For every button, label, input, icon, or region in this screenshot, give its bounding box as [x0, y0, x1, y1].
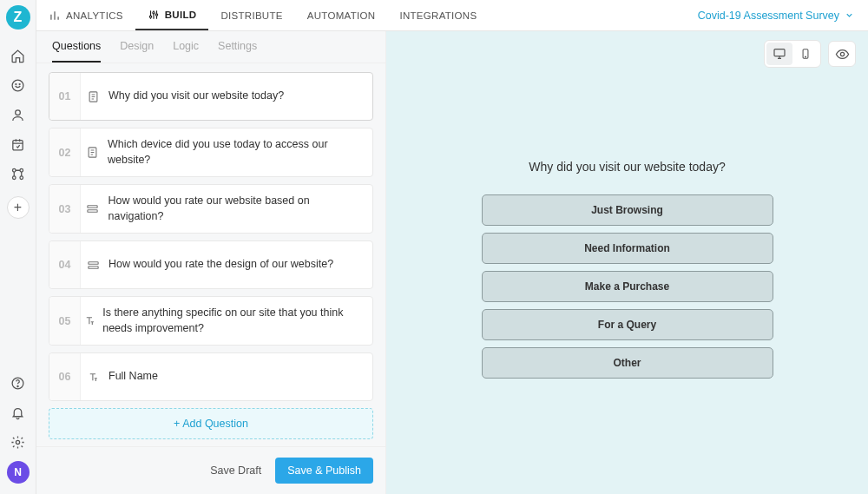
preview-option[interactable]: Other — [482, 347, 773, 379]
question-text: Is there anything specific on our site t… — [99, 297, 372, 345]
bell-icon[interactable] — [8, 402, 29, 423]
svg-point-24 — [840, 52, 844, 56]
add-icon[interactable]: + — [7, 196, 30, 219]
survey-dropdown[interactable]: Covid-19 Assessment Survey — [698, 0, 868, 30]
svg-rect-17 — [88, 206, 97, 208]
tab-label: AUTOMATION — [307, 10, 376, 21]
preview-option[interactable]: For a Query — [482, 309, 773, 340]
svg-point-23 — [806, 56, 806, 57]
svg-rect-4 — [13, 140, 23, 149]
workflow-icon[interactable] — [8, 163, 29, 184]
subtab-questions[interactable]: Questions — [52, 40, 101, 63]
scale-icon — [81, 259, 105, 272]
question-number: 03 — [49, 185, 81, 233]
preview-question-title: Why did you visit our website today? — [529, 160, 725, 174]
question-number: 02 — [49, 128, 81, 176]
tab-label: DISTRIBUTE — [220, 10, 282, 21]
svg-point-3 — [16, 109, 21, 115]
svg-point-0 — [12, 80, 23, 91]
question-card[interactable]: 03 How would you rate our website based … — [49, 184, 373, 234]
question-text: How would you rate our website based on … — [105, 185, 372, 233]
tab-distribute[interactable]: DISTRIBUTE — [208, 0, 294, 30]
tab-label: INTEGRATIONS — [399, 10, 477, 21]
question-text: Which device did you use today to access… — [104, 128, 372, 176]
question-text: How would you rate the design of our web… — [105, 248, 342, 281]
svg-rect-19 — [88, 261, 97, 264]
chevron-down-icon — [845, 10, 854, 20]
svg-point-7 — [12, 175, 16, 179]
add-question-button[interactable]: + Add Question — [49, 408, 373, 439]
tab-automation[interactable]: AUTOMATION — [295, 0, 388, 30]
text-icon — [81, 314, 99, 327]
svg-rect-21 — [774, 49, 785, 56]
question-number: 04 — [49, 241, 81, 288]
home-icon[interactable] — [8, 45, 29, 66]
svg-rect-18 — [88, 210, 97, 213]
mobile-view-button[interactable] — [792, 43, 819, 65]
avatar[interactable]: N — [7, 461, 30, 484]
svg-point-8 — [20, 175, 23, 179]
question-card[interactable]: 02 Which device did you use today to acc… — [49, 128, 373, 177]
help-icon[interactable] — [8, 372, 29, 393]
question-card[interactable]: 05 Is there anything specific on our sit… — [49, 296, 373, 346]
question-number: 06 — [49, 353, 81, 400]
subtab-logic[interactable]: Logic — [173, 40, 199, 63]
question-text: Why did you visit our website today? — [105, 80, 293, 113]
preview-option[interactable]: Need Information — [482, 233, 773, 264]
subtab-settings[interactable]: Settings — [218, 40, 257, 63]
save-draft-button[interactable]: Save Draft — [210, 464, 261, 477]
scale-icon — [81, 202, 105, 215]
question-card[interactable]: 01 Why did you visit our website today? — [49, 72, 373, 121]
svg-point-6 — [20, 168, 23, 172]
question-number: 05 — [49, 297, 81, 345]
document-icon — [81, 90, 105, 103]
svg-point-5 — [12, 168, 16, 172]
document-icon — [81, 146, 104, 159]
tab-build[interactable]: BUILD — [135, 0, 209, 30]
question-card[interactable]: 04 How would you rate the design of our … — [49, 240, 373, 289]
svg-point-14 — [155, 13, 157, 15]
svg-point-2 — [19, 83, 20, 84]
user-icon[interactable] — [8, 104, 29, 125]
calendar-icon[interactable] — [8, 134, 29, 155]
svg-point-1 — [16, 83, 16, 84]
save-publish-button[interactable]: Save & Publish — [275, 458, 373, 484]
question-text: Full Name — [105, 360, 167, 393]
text-icon — [81, 371, 105, 384]
svg-point-10 — [17, 385, 18, 386]
svg-point-13 — [153, 11, 155, 13]
svg-rect-20 — [88, 266, 97, 268]
preview-button[interactable] — [828, 41, 856, 67]
sliders-icon — [148, 9, 160, 21]
tab-analytics[interactable]: ANALYTICS — [36, 0, 135, 30]
tab-integrations[interactable]: INTEGRATIONS — [387, 0, 489, 30]
survey-name: Covid-19 Assessment Survey — [698, 10, 839, 22]
chat-icon[interactable] — [8, 75, 29, 96]
preview-option[interactable]: Make a Purchase — [482, 271, 773, 302]
desktop-view-button[interactable] — [766, 43, 792, 65]
tab-label: ANALYTICS — [66, 10, 123, 21]
svg-point-11 — [16, 440, 19, 444]
subtab-design[interactable]: Design — [120, 40, 154, 63]
gear-icon[interactable] — [8, 431, 29, 452]
question-number: 01 — [49, 73, 81, 120]
bar-chart-icon — [49, 10, 61, 22]
tab-label: BUILD — [165, 10, 197, 20]
svg-point-12 — [149, 16, 151, 17]
question-card[interactable]: 06 Full Name — [49, 352, 373, 401]
app-logo[interactable]: Z — [6, 5, 30, 30]
preview-option[interactable]: Just Browsing — [482, 194, 773, 226]
